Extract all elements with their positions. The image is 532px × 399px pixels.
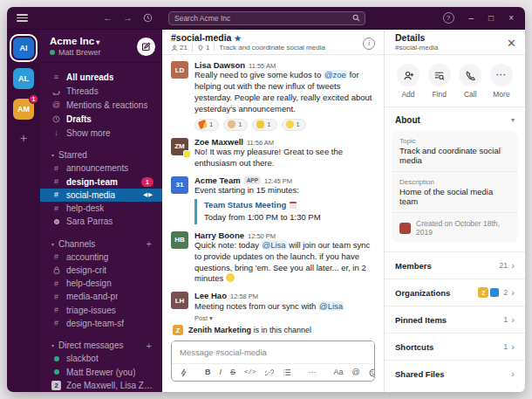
section-channels[interactable]: ▾ Channels + — [40, 237, 162, 250]
sidebar-item-all-unreads[interactable]: ≡All unreads — [40, 70, 162, 84]
channel-media-and-pr[interactable]: #media-and-pr — [40, 290, 162, 303]
add-channel-button[interactable]: + — [147, 238, 152, 249]
workspace-menu[interactable]: Acme Inc▾ — [50, 36, 137, 46]
dm-group-zoe-lisa[interactable]: 2 Zoe Maxwell, Lisa Zhang — [40, 379, 162, 392]
timestamp[interactable]: 12:45 PM — [264, 177, 292, 185]
avatar[interactable]: LD — [171, 61, 188, 79]
reaction-heart-eyes[interactable]: 1 — [282, 119, 306, 131]
reaction-tada[interactable]: 1 — [194, 119, 219, 131]
calendar-emoji — [290, 202, 297, 209]
avatar[interactable]: ZM — [171, 138, 188, 155]
channel-help-design[interactable]: #help-design — [40, 277, 162, 290]
author-name[interactable]: Lisa Dawson — [194, 60, 245, 70]
call-button[interactable]: Call — [459, 64, 481, 99]
search-input[interactable] — [169, 14, 352, 23]
add-people-button[interactable]: Add — [397, 64, 419, 99]
members-row[interactable]: Members 21› — [385, 251, 525, 279]
search-bar[interactable] — [168, 11, 365, 25]
strikethrough-button[interactable]: S — [230, 368, 235, 376]
more-formatting-button[interactable]: ··· — [309, 368, 317, 376]
mention-lisa[interactable]: @Lisa — [262, 240, 287, 250]
add-workspace-button[interactable]: + — [20, 131, 27, 145]
channel-accounting[interactable]: #accounting — [40, 251, 162, 264]
pin-count[interactable]: 1 — [197, 44, 209, 52]
minimize-button[interactable]: – — [469, 14, 474, 23]
author-name[interactable]: Lee Hao — [194, 291, 227, 300]
text-format-toggle[interactable]: Aa — [334, 368, 344, 376]
sidebar-item-show-more[interactable]: ↓Show more — [40, 126, 162, 140]
help-icon[interactable]: ? — [443, 12, 454, 24]
calendar-app-avatar[interactable]: 31 — [171, 176, 188, 194]
timestamp[interactable]: 11:56 AM — [247, 139, 274, 147]
section-starred[interactable]: ▾ Starred — [40, 148, 162, 162]
close-icon[interactable]: ✕ — [507, 37, 516, 50]
org-name[interactable]: Zenith Marketing — [188, 326, 251, 334]
channel-design-crit[interactable]: design-crit — [40, 264, 162, 277]
forward-icon[interactable]: → — [123, 13, 133, 23]
mention-lisa[interactable]: @Lisa — [318, 301, 344, 311]
dm-slackbot[interactable]: slackbot — [40, 352, 162, 365]
pinned-items-row[interactable]: Pinned Items 1› — [385, 306, 525, 333]
sidebar-item-threads[interactable]: Threads — [40, 84, 162, 98]
shortcuts-row[interactable]: Shortcuts 1› — [385, 333, 525, 360]
section-direct-messages[interactable]: ▾ Direct messages + — [40, 339, 162, 352]
reaction-clap[interactable]: 1 — [252, 119, 276, 131]
description-field[interactable]: Description Home of the social media tea… — [399, 178, 510, 206]
shared-files-row[interactable]: Shared Files › — [385, 360, 525, 387]
channel-topic[interactable]: Track and coordinate social media — [219, 44, 325, 52]
workspace-am[interactable]: AM 1 — [13, 99, 34, 120]
link-button[interactable] — [265, 368, 274, 377]
author-name[interactable]: Acme Team — [194, 175, 241, 185]
sidebar-item-drafts[interactable]: Drafts — [40, 112, 162, 126]
timestamp[interactable]: 12:50 PM — [248, 232, 276, 240]
channel-help-desk[interactable]: #help-desk — [40, 202, 162, 215]
back-icon[interactable]: ← — [103, 13, 113, 23]
italic-button[interactable]: I — [220, 368, 222, 376]
info-icon[interactable]: i — [363, 38, 375, 50]
avatar[interactable]: LH — [171, 292, 188, 309]
reaction-pray[interactable]: 1 — [223, 119, 248, 131]
new-message-button[interactable] — [137, 38, 155, 56]
mention-button[interactable]: @ — [352, 368, 360, 376]
star-icon[interactable]: ★ — [234, 34, 241, 43]
maximize-button[interactable]: □ — [488, 14, 494, 23]
ordered-list-button[interactable] — [283, 368, 291, 376]
bold-button[interactable]: B — [205, 368, 211, 376]
timestamp[interactable]: 12:58 PM — [230, 292, 258, 300]
channel-design-team[interactable]: #design-team 1 — [40, 175, 162, 188]
message-lee-hao: LH Lee Hao12:58 PM Meeting notes from ou… — [171, 291, 375, 323]
slack-window: ← → ? – □ × AI AL AM 1 + — [7, 7, 525, 392]
channel-social-media[interactable]: #social-media ◀▶ — [40, 189, 162, 202]
channel-title: #social-media — [171, 32, 231, 43]
organizations-row[interactable]: Organizations Z 2› — [385, 279, 525, 306]
more-button[interactable]: ··· More — [490, 64, 513, 99]
topic-field[interactable]: Topic Track and coordinate social media — [399, 137, 510, 165]
sidebar-item-mentions[interactable]: @Mentions & reactions — [40, 98, 162, 112]
workspace-al[interactable]: AL — [13, 68, 34, 89]
channel-design-team-sf[interactable]: #design-team-sf — [40, 317, 162, 330]
message-input[interactable] — [172, 341, 374, 363]
code-button[interactable]: </> — [244, 369, 256, 376]
dm-matt-brewer[interactable]: Matt Brewer (you) — [40, 366, 162, 379]
author-name[interactable]: Harry Boone — [194, 230, 244, 240]
event-link[interactable]: Team Status Meeting — [204, 200, 375, 211]
find-button[interactable]: Find — [428, 64, 451, 99]
author-name[interactable]: Zoe Maxwell — [194, 137, 243, 147]
dm-sara-parras[interactable]: Sara Parras — [40, 215, 162, 228]
mention-zoe[interactable]: @zoe — [324, 70, 347, 79]
about-section-toggle[interactable]: About ▾ — [385, 107, 525, 131]
member-count[interactable]: 21 — [171, 44, 188, 52]
close-button[interactable]: × — [508, 14, 514, 23]
shortcuts-icon[interactable] — [180, 368, 188, 377]
workspace-acme-inc[interactable]: AI — [13, 38, 34, 58]
attachment-type-label[interactable]: Post ▾ — [194, 314, 375, 323]
clap-emoji — [256, 120, 264, 128]
emoji-button[interactable] — [369, 368, 375, 377]
avatar[interactable]: HB — [171, 231, 188, 249]
timestamp[interactable]: 11:55 AM — [249, 62, 276, 70]
channel-triage-issues[interactable]: #triage-issues — [40, 304, 162, 317]
history-clock-icon[interactable] — [143, 13, 153, 23]
menu-icon[interactable] — [17, 12, 28, 24]
add-dm-button[interactable]: + — [147, 341, 152, 351]
channel-announcements[interactable]: #announcements — [40, 162, 162, 175]
